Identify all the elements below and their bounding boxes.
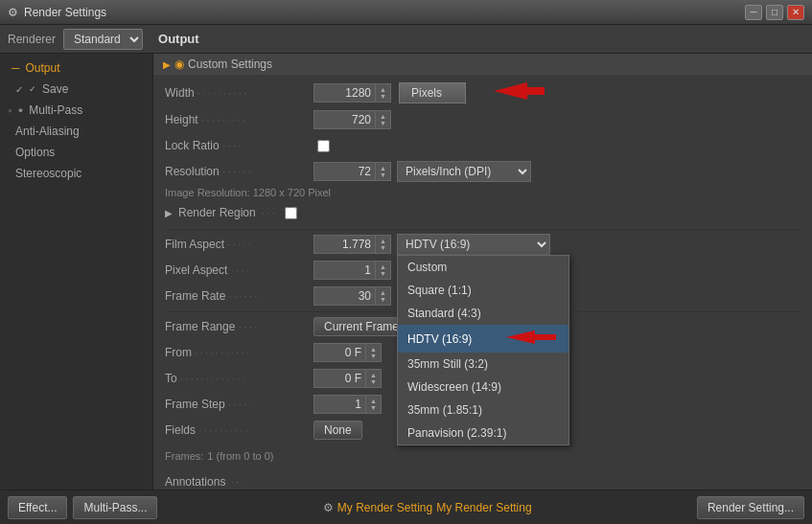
sidebar-item-options[interactable]: Options bbox=[0, 142, 152, 163]
dropdown-item-custom[interactable]: Custom bbox=[398, 256, 568, 279]
height-label: Height ········· bbox=[165, 113, 313, 126]
film-aspect-row: Film Aspect ····· ▲ ▼ HDTV (16:9) Custom bbox=[165, 234, 800, 255]
resolution-row: Resolution ······ ▲ ▼ Pixels/Inch (DPI) bbox=[165, 161, 800, 182]
arrow-hdtv bbox=[492, 330, 559, 348]
form-area: Width ·········· ▲ ▼ Pixels bbox=[153, 75, 812, 490]
lock-ratio-checkbox[interactable] bbox=[317, 140, 330, 152]
divider-1 bbox=[165, 229, 800, 230]
annotations-label: Annotations bbox=[165, 475, 225, 489]
from-label: From ··········· bbox=[165, 346, 313, 359]
sidebar-item-multipass[interactable]: ● Multi-Pass bbox=[0, 100, 152, 121]
sidebar-item-save[interactable]: ✓ Save bbox=[0, 79, 152, 100]
render-region-arrow-icon: ▶ bbox=[165, 208, 173, 218]
frames-label: Frames: bbox=[165, 450, 203, 462]
renderer-select[interactable]: Standard bbox=[63, 29, 143, 50]
sidebar-item-stereoscopic[interactable]: Stereoscopic bbox=[0, 163, 152, 184]
frame-step-label: Frame Step ····· bbox=[165, 398, 313, 411]
arrow-pixels bbox=[470, 80, 546, 104]
pass-label: Multi-Pass bbox=[29, 103, 82, 117]
annotations-row: Annotations ···· bbox=[165, 471, 800, 490]
frame-step-spin[interactable]: ▲ ▼ bbox=[366, 395, 382, 414]
section-header[interactable]: ▶ ◉ Custom Settings bbox=[153, 54, 812, 75]
dropdown-item-standard[interactable]: Standard (4:3) bbox=[398, 302, 568, 325]
section-arrow-outline: ◉ bbox=[174, 57, 184, 71]
render-region-checkbox[interactable] bbox=[285, 207, 297, 219]
hdtv-dropdown-menu: Custom Square (1:1) Standard (4:3) HDTV … bbox=[397, 255, 569, 445]
frame-rate-input[interactable] bbox=[313, 286, 376, 306]
dropdown-item-widescreen[interactable]: Widescreen (14:9) bbox=[398, 376, 568, 399]
dropdown-item-panavision[interactable]: Panavision (2.39:1) bbox=[398, 421, 568, 444]
renderer-label: Renderer bbox=[8, 33, 56, 46]
dropdown-item-square[interactable]: Square (1:1) bbox=[398, 279, 568, 302]
image-resolution-info: Image Resolution: 1280 x 720 Pixel bbox=[165, 187, 800, 198]
dropdown-item-35mm[interactable]: 35mm (1.85:1) bbox=[398, 399, 568, 421]
width-row: Width ·········· ▲ ▼ Pixels bbox=[165, 80, 800, 104]
close-button[interactable]: ✕ bbox=[787, 5, 804, 20]
render-name-text[interactable]: My Render Setting bbox=[436, 501, 531, 514]
render-setting-item: ⚙ My Render Setting My Render Setting bbox=[315, 497, 540, 518]
film-aspect-label: Film Aspect ····· bbox=[165, 238, 313, 251]
content-area: ▶ ◉ Custom Settings Width ·········· ▲ ▼… bbox=[153, 54, 812, 490]
svg-rect-3 bbox=[535, 334, 556, 340]
sidebar-item-antialiasing[interactable]: Anti-Aliasing bbox=[0, 121, 152, 142]
width-input[interactable] bbox=[313, 83, 376, 103]
pixels-button[interactable]: Pixels bbox=[399, 82, 466, 103]
film-aspect-spin[interactable]: ▲ ▼ bbox=[376, 235, 391, 254]
frame-range-label: Frame Range ···· bbox=[165, 320, 313, 333]
output-tab[interactable]: Output bbox=[158, 32, 199, 46]
to-spin[interactable]: ▲ ▼ bbox=[366, 369, 382, 388]
svg-marker-0 bbox=[494, 82, 527, 100]
hdtv-dropdown-container: HDTV (16:9) Custom Square (1:1) Standard… bbox=[397, 234, 550, 255]
main-container: ─ Output ✓ Save ● Multi-Pass Anti-Aliasi… bbox=[0, 54, 812, 490]
frame-rate-spin[interactable]: ▲ ▼ bbox=[376, 286, 391, 306]
multi-pass-button[interactable]: Multi-Pass... bbox=[73, 496, 157, 519]
dropdown-item-hdtv[interactable]: HDTV (16:9) bbox=[398, 325, 568, 353]
resolution-label: Resolution ······ bbox=[165, 165, 313, 178]
dropdown-item-35mm-still[interactable]: 35mm Still (3:2) bbox=[398, 353, 568, 376]
frames-row: Frames: 1 (from 0 to 0) bbox=[165, 445, 800, 467]
toolbar: Renderer Standard Output bbox=[0, 25, 812, 54]
sidebar: ─ Output ✓ Save ● Multi-Pass Anti-Aliasi… bbox=[0, 54, 153, 490]
render-setting-button[interactable]: Render Setting... bbox=[697, 496, 804, 519]
from-spin[interactable]: ▲ ▼ bbox=[366, 343, 382, 362]
app-icon: ⚙ bbox=[8, 6, 18, 19]
fields-label: Fields ·········· bbox=[165, 423, 313, 437]
frame-step-input[interactable] bbox=[313, 395, 366, 414]
height-row: Height ········· ▲ ▼ bbox=[165, 109, 800, 130]
effect-button[interactable]: Effect... bbox=[8, 496, 67, 519]
section-label: Custom Settings bbox=[188, 57, 272, 71]
title-bar-buttons: ─ □ ✕ bbox=[745, 5, 804, 20]
width-spin[interactable]: ▲ ▼ bbox=[376, 83, 391, 103]
resolution-unit-select[interactable]: Pixels/Inch (DPI) bbox=[397, 161, 531, 182]
maximize-button[interactable]: □ bbox=[766, 5, 783, 20]
pixels-row: Pixels bbox=[399, 80, 546, 104]
frames-value: 1 (from 0 to 0) bbox=[207, 450, 273, 462]
frame-range-button[interactable]: Current Frame bbox=[313, 317, 409, 336]
title-bar-left: ⚙ Render Settings bbox=[8, 6, 106, 19]
pixel-aspect-spin[interactable]: ▲ ▼ bbox=[376, 261, 391, 280]
svg-rect-1 bbox=[527, 87, 545, 95]
hdtv-select[interactable]: HDTV (16:9) bbox=[397, 234, 550, 255]
height-input[interactable] bbox=[313, 110, 376, 129]
width-label: Width ·········· bbox=[165, 86, 313, 100]
window-title: Render Settings bbox=[24, 6, 106, 19]
height-spin[interactable]: ▲ ▼ bbox=[376, 110, 391, 129]
pixel-aspect-input[interactable] bbox=[313, 261, 376, 280]
film-aspect-input[interactable] bbox=[313, 235, 376, 254]
svg-marker-2 bbox=[506, 330, 535, 344]
bottom-bar: Effect... Multi-Pass... ⚙ My Render Sett… bbox=[0, 490, 812, 524]
bottom-left: Effect... Multi-Pass... bbox=[8, 496, 157, 519]
title-bar: ⚙ Render Settings ─ □ ✕ bbox=[0, 0, 812, 25]
minimize-button[interactable]: ─ bbox=[745, 5, 762, 20]
fields-button[interactable]: None bbox=[313, 421, 362, 440]
section-arrow-icon: ▶ bbox=[163, 59, 171, 70]
resolution-input[interactable] bbox=[313, 162, 376, 181]
resolution-spin[interactable]: ▲ ▼ bbox=[376, 162, 391, 181]
render-region-label: Render Region bbox=[178, 206, 256, 219]
render-region-row: ▶ Render Region ··· bbox=[165, 202, 800, 223]
render-setting-name: My Render Setting bbox=[337, 501, 432, 514]
to-input[interactable] bbox=[313, 369, 366, 388]
gear-icon: ⚙ bbox=[323, 501, 334, 514]
sidebar-item-output[interactable]: ─ Output bbox=[0, 57, 152, 79]
from-input[interactable] bbox=[313, 343, 366, 362]
